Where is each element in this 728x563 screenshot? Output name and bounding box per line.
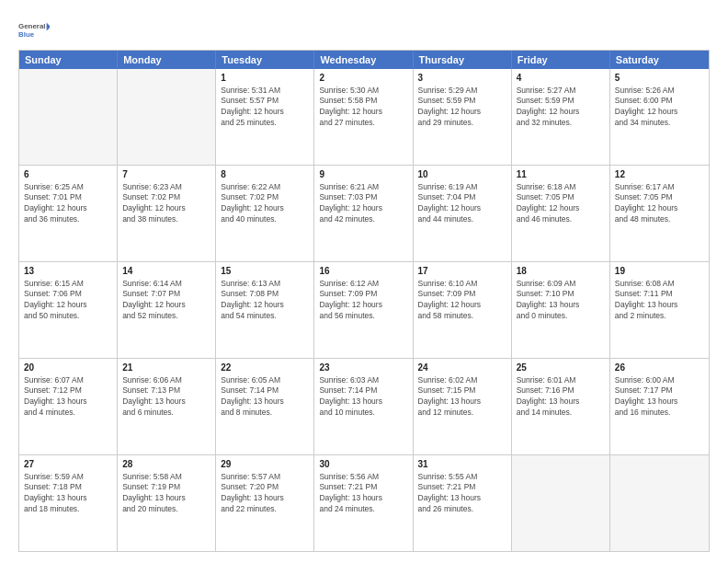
- svg-marker-2: [47, 23, 50, 31]
- calendar-day-24: 24Sunrise: 6:02 AM Sunset: 7:15 PM Dayli…: [414, 359, 512, 454]
- calendar-day-empty: [19, 69, 118, 165]
- day-info: Sunrise: 5:27 AM Sunset: 5:59 PM Dayligh…: [517, 86, 605, 130]
- day-info: Sunrise: 6:13 AM Sunset: 7:08 PM Dayligh…: [221, 279, 309, 323]
- calendar-day-30: 30Sunrise: 5:56 AM Sunset: 7:21 PM Dayli…: [314, 455, 413, 551]
- day-number: 20: [24, 362, 112, 374]
- calendar-day-27: 27Sunrise: 5:59 AM Sunset: 7:18 PM Dayli…: [19, 455, 118, 551]
- calendar-day-10: 10Sunrise: 6:19 AM Sunset: 7:04 PM Dayli…: [414, 166, 512, 261]
- calendar-day-31: 31Sunrise: 5:55 AM Sunset: 7:21 PM Dayli…: [414, 455, 512, 551]
- day-number: 29: [221, 458, 309, 471]
- day-info: Sunrise: 5:58 AM Sunset: 7:19 PM Dayligh…: [122, 472, 210, 516]
- calendar-day-22: 22Sunrise: 6:05 AM Sunset: 7:14 PM Dayli…: [216, 359, 314, 454]
- day-info: Sunrise: 6:15 AM Sunset: 7:06 PM Dayligh…: [24, 279, 112, 323]
- calendar-day-25: 25Sunrise: 6:01 AM Sunset: 7:16 PM Dayli…: [512, 359, 610, 454]
- day-number: 27: [24, 458, 112, 471]
- day-info: Sunrise: 6:19 AM Sunset: 7:04 PM Dayligh…: [418, 182, 506, 226]
- calendar-day-21: 21Sunrise: 6:06 AM Sunset: 7:13 PM Dayli…: [118, 359, 216, 454]
- day-info: Sunrise: 6:12 AM Sunset: 7:09 PM Dayligh…: [319, 279, 407, 323]
- calendar-header-cell-wednesday: Wednesday: [314, 51, 413, 69]
- day-number: 6: [24, 168, 112, 181]
- calendar-day-7: 7Sunrise: 6:23 AM Sunset: 7:02 PM Daylig…: [118, 166, 216, 261]
- day-number: 18: [517, 265, 605, 278]
- day-info: Sunrise: 5:29 AM Sunset: 5:59 PM Dayligh…: [418, 86, 506, 130]
- calendar-header-cell-tuesday: Tuesday: [216, 51, 314, 69]
- day-info: Sunrise: 5:26 AM Sunset: 6:00 PM Dayligh…: [615, 86, 704, 130]
- day-number: 14: [122, 265, 210, 278]
- day-number: 30: [319, 458, 407, 471]
- svg-text:Blue: Blue: [18, 30, 35, 39]
- day-info: Sunrise: 6:06 AM Sunset: 7:13 PM Dayligh…: [122, 375, 210, 419]
- day-info: Sunrise: 6:09 AM Sunset: 7:10 PM Dayligh…: [517, 279, 605, 323]
- calendar-body: 1Sunrise: 5:31 AM Sunset: 5:57 PM Daylig…: [19, 69, 709, 551]
- svg-text:General: General: [18, 22, 46, 30]
- calendar-header-cell-monday: Monday: [118, 51, 216, 69]
- day-info: Sunrise: 5:31 AM Sunset: 5:57 PM Dayligh…: [221, 86, 309, 130]
- calendar-day-empty: [118, 69, 216, 165]
- day-info: Sunrise: 6:03 AM Sunset: 7:14 PM Dayligh…: [319, 375, 407, 419]
- day-number: 9: [319, 168, 407, 181]
- calendar-day-28: 28Sunrise: 5:58 AM Sunset: 7:19 PM Dayli…: [118, 455, 216, 551]
- calendar-day-8: 8Sunrise: 6:22 AM Sunset: 7:02 PM Daylig…: [216, 166, 314, 261]
- day-number: 24: [418, 362, 506, 374]
- calendar-day-15: 15Sunrise: 6:13 AM Sunset: 7:08 PM Dayli…: [216, 262, 314, 358]
- day-number: 19: [615, 265, 704, 278]
- day-number: 26: [615, 362, 704, 374]
- day-info: Sunrise: 6:14 AM Sunset: 7:07 PM Dayligh…: [122, 279, 210, 323]
- calendar-day-19: 19Sunrise: 6:08 AM Sunset: 7:11 PM Dayli…: [610, 262, 709, 358]
- calendar-header-cell-saturday: Saturday: [610, 51, 709, 69]
- day-info: Sunrise: 6:07 AM Sunset: 7:12 PM Dayligh…: [24, 375, 112, 419]
- day-number: 31: [418, 458, 506, 471]
- logo: General Blue: [18, 15, 50, 46]
- day-number: 17: [418, 265, 506, 278]
- day-info: Sunrise: 6:10 AM Sunset: 7:09 PM Dayligh…: [418, 279, 506, 323]
- calendar-day-17: 17Sunrise: 6:10 AM Sunset: 7:09 PM Dayli…: [414, 262, 512, 358]
- day-number: 28: [122, 458, 210, 471]
- day-number: 1: [221, 72, 309, 85]
- calendar-day-6: 6Sunrise: 6:25 AM Sunset: 7:01 PM Daylig…: [19, 166, 118, 261]
- day-number: 3: [418, 72, 506, 85]
- day-number: 2: [319, 72, 407, 85]
- day-number: 11: [517, 168, 605, 181]
- day-number: 10: [418, 168, 506, 181]
- calendar-day-12: 12Sunrise: 6:17 AM Sunset: 7:05 PM Dayli…: [610, 166, 709, 261]
- day-info: Sunrise: 6:01 AM Sunset: 7:16 PM Dayligh…: [517, 375, 605, 419]
- calendar-day-18: 18Sunrise: 6:09 AM Sunset: 7:10 PM Dayli…: [512, 262, 610, 358]
- day-info: Sunrise: 6:08 AM Sunset: 7:11 PM Dayligh…: [615, 279, 704, 323]
- day-info: Sunrise: 6:17 AM Sunset: 7:05 PM Dayligh…: [615, 182, 704, 226]
- page: General Blue SundayMondayTuesdayWednesda…: [0, 0, 728, 563]
- day-number: 4: [517, 72, 605, 85]
- day-info: Sunrise: 5:59 AM Sunset: 7:18 PM Dayligh…: [24, 472, 112, 516]
- calendar-day-16: 16Sunrise: 6:12 AM Sunset: 7:09 PM Dayli…: [314, 262, 413, 358]
- calendar-week-2: 6Sunrise: 6:25 AM Sunset: 7:01 PM Daylig…: [19, 165, 709, 261]
- day-number: 15: [221, 265, 309, 278]
- day-info: Sunrise: 6:25 AM Sunset: 7:01 PM Dayligh…: [24, 182, 112, 226]
- day-number: 13: [24, 265, 112, 278]
- logo-svg: General Blue: [18, 15, 50, 46]
- day-info: Sunrise: 6:00 AM Sunset: 7:17 PM Dayligh…: [615, 375, 704, 419]
- calendar-header-cell-sunday: Sunday: [19, 51, 118, 69]
- day-number: 8: [221, 168, 309, 181]
- header: General Blue: [18, 15, 710, 46]
- day-number: 5: [615, 72, 704, 85]
- calendar-day-5: 5Sunrise: 5:26 AM Sunset: 6:00 PM Daylig…: [610, 69, 709, 165]
- day-number: 16: [319, 265, 407, 278]
- day-number: 7: [122, 168, 210, 181]
- calendar-day-3: 3Sunrise: 5:29 AM Sunset: 5:59 PM Daylig…: [414, 69, 512, 165]
- day-info: Sunrise: 6:05 AM Sunset: 7:14 PM Dayligh…: [221, 375, 309, 419]
- day-number: 21: [122, 362, 210, 374]
- calendar-week-1: 1Sunrise: 5:31 AM Sunset: 5:57 PM Daylig…: [19, 69, 709, 165]
- calendar-day-empty: [512, 455, 610, 551]
- day-info: Sunrise: 6:22 AM Sunset: 7:02 PM Dayligh…: [221, 182, 309, 226]
- day-info: Sunrise: 6:23 AM Sunset: 7:02 PM Dayligh…: [122, 182, 210, 226]
- calendar-day-13: 13Sunrise: 6:15 AM Sunset: 7:06 PM Dayli…: [19, 262, 118, 358]
- calendar-week-3: 13Sunrise: 6:15 AM Sunset: 7:06 PM Dayli…: [19, 261, 709, 358]
- day-info: Sunrise: 5:57 AM Sunset: 7:20 PM Dayligh…: [221, 472, 309, 516]
- calendar-day-26: 26Sunrise: 6:00 AM Sunset: 7:17 PM Dayli…: [610, 359, 709, 454]
- day-number: 22: [221, 362, 309, 374]
- calendar-day-14: 14Sunrise: 6:14 AM Sunset: 7:07 PM Dayli…: [118, 262, 216, 358]
- calendar: SundayMondayTuesdayWednesdayThursdayFrid…: [18, 50, 710, 552]
- calendar-day-2: 2Sunrise: 5:30 AM Sunset: 5:58 PM Daylig…: [314, 69, 413, 165]
- calendar-day-1: 1Sunrise: 5:31 AM Sunset: 5:57 PM Daylig…: [216, 69, 314, 165]
- calendar-header: SundayMondayTuesdayWednesdayThursdayFrid…: [19, 51, 709, 69]
- calendar-day-23: 23Sunrise: 6:03 AM Sunset: 7:14 PM Dayli…: [314, 359, 413, 454]
